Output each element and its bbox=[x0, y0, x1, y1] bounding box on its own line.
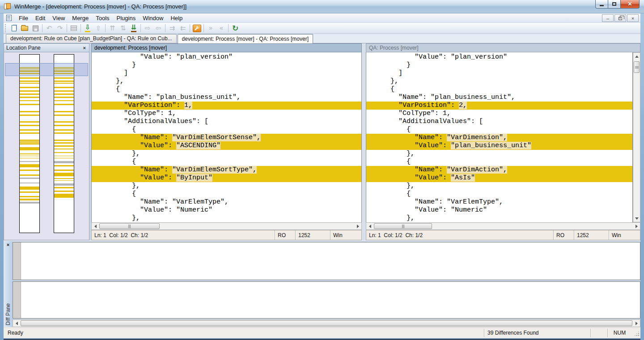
diff-map-stripe bbox=[20, 111, 39, 112]
vertical-scrollbar[interactable] bbox=[633, 52, 640, 222]
readonly-indicator: RO bbox=[553, 230, 574, 240]
diff-pane-scroll-thumb[interactable] bbox=[21, 320, 632, 326]
scroll-right-arrow-icon[interactable] bbox=[633, 223, 640, 230]
scroll-down-arrow-icon[interactable] bbox=[633, 215, 640, 222]
code-line: "Name": "VarElemType", bbox=[366, 198, 632, 206]
open-folder-icon[interactable] bbox=[19, 23, 30, 33]
menu-window[interactable]: Window bbox=[139, 14, 167, 22]
toolbar-separator bbox=[190, 24, 190, 32]
menu-help[interactable]: Help bbox=[167, 14, 186, 22]
menu-plugins[interactable]: Plugins bbox=[113, 14, 140, 22]
code-line: ] bbox=[92, 69, 361, 77]
location-pane-close-icon[interactable]: × bbox=[82, 45, 87, 51]
scroll-left-arrow-icon[interactable] bbox=[13, 320, 20, 327]
left-horizontal-scrollbar[interactable] bbox=[91, 222, 362, 230]
left-hscroll-thumb[interactable] bbox=[99, 223, 160, 229]
toolbar: ↶↷⇩⇧⇈⇅⇊⇨⇦⇉⇇»«↻ bbox=[4, 23, 640, 34]
menu-tools[interactable]: Tools bbox=[92, 14, 113, 22]
right-hscroll-thumb[interactable] bbox=[374, 223, 432, 229]
next-difference-icon[interactable]: ⇩ bbox=[82, 23, 93, 33]
menu-merge[interactable]: Merge bbox=[68, 14, 92, 22]
first-difference-icon: ⇈ bbox=[107, 23, 118, 33]
word-diff: 1, bbox=[184, 102, 192, 109]
scroll-left-arrow-icon[interactable] bbox=[92, 223, 99, 230]
tab-process-mover[interactable]: development: Process [mover] - QA: Proce… bbox=[178, 34, 313, 43]
code-line: "Value": "Numeric" bbox=[366, 206, 632, 214]
scroll-right-arrow-icon[interactable] bbox=[633, 320, 640, 327]
tab-bar: development: Rule on Cube [plan_BudgetPl… bbox=[4, 34, 640, 43]
code-line: { bbox=[366, 85, 632, 94]
diff-map-stripe bbox=[20, 90, 39, 92]
cursor-position: Ln: 1 Col: 1/2 Ch: 1/2 bbox=[92, 232, 275, 238]
toolbar-separator bbox=[105, 24, 106, 32]
minimize-icon bbox=[600, 5, 604, 6]
mdi-restore-button[interactable] bbox=[614, 14, 626, 22]
diff-map-stripe bbox=[20, 161, 39, 162]
diff-map-stripe bbox=[20, 196, 39, 197]
diff-pane-gutter bbox=[13, 242, 21, 280]
diff-map-stripe bbox=[54, 129, 74, 131]
last-difference-icon[interactable]: ⇊ bbox=[128, 23, 139, 33]
select-lines-icon bbox=[68, 23, 79, 33]
code-line: { bbox=[92, 85, 361, 94]
diff-map-stripe bbox=[20, 132, 39, 134]
codepage-indicator: 1252 bbox=[574, 230, 609, 240]
code-line: }, bbox=[366, 77, 632, 85]
scroll-left-arrow-icon[interactable] bbox=[366, 223, 373, 230]
diff-map-stripe bbox=[20, 199, 39, 200]
pane-divider[interactable] bbox=[362, 43, 366, 240]
right-code-area[interactable]: "Value": "plan_version" } ] }, { "Name":… bbox=[366, 52, 633, 222]
code-line: }, bbox=[366, 150, 632, 158]
toolbar-separator bbox=[228, 24, 229, 32]
location-pane-map[interactable] bbox=[4, 52, 89, 240]
refresh-icon[interactable]: ↻ bbox=[230, 23, 241, 33]
vscroll-thumb[interactable] bbox=[634, 61, 640, 73]
num-lock-indicator: NUM bbox=[607, 329, 631, 337]
diff-map-stripe bbox=[54, 90, 74, 92]
diff-map-stripe bbox=[54, 165, 74, 166]
left-code-area[interactable]: "Value": "plan_version" } ] }, { "Name":… bbox=[91, 52, 362, 222]
diff-map-stripe bbox=[54, 187, 74, 188]
diff-pane-close-icon[interactable]: × bbox=[7, 242, 9, 247]
scroll-up-arrow-icon[interactable] bbox=[633, 53, 640, 60]
diff-map-stripe bbox=[54, 121, 74, 123]
menu-view[interactable]: View bbox=[49, 14, 68, 22]
window-bottom-border bbox=[4, 338, 640, 340]
toolbar-separator bbox=[80, 24, 81, 32]
minimize-button[interactable] bbox=[595, 0, 608, 8]
diff-map-viewport[interactable] bbox=[5, 63, 88, 76]
diff-pane-scrollbar[interactable] bbox=[13, 319, 640, 327]
right-horizontal-scrollbar[interactable] bbox=[366, 222, 640, 230]
maximize-icon bbox=[612, 2, 616, 6]
diff-pane-left-text[interactable] bbox=[13, 242, 640, 280]
tab-rule-on-cube[interactable]: development: Rule on Cube [plan_BudgetPl… bbox=[6, 34, 177, 43]
window-title: WinMerge - [development: Process [mover]… bbox=[14, 3, 186, 10]
current-difference-icon: ⇅ bbox=[118, 23, 128, 33]
maximize-button[interactable] bbox=[608, 0, 621, 8]
diff-map-stripe bbox=[54, 149, 74, 149]
menu-file[interactable]: File bbox=[15, 14, 32, 22]
diff-map-stripe bbox=[54, 191, 74, 192]
diff-map-left-bar[interactable] bbox=[19, 54, 40, 233]
toolbar-separator bbox=[165, 24, 165, 32]
diff-highlighted-line: "Name": "VarDimElemSortSense", bbox=[92, 134, 361, 142]
left-pane-header[interactable]: development: Process [mover] bbox=[91, 43, 362, 52]
status-bar: Ready 39 Differences Found NUM bbox=[4, 327, 640, 338]
mdi-close-button[interactable]: × bbox=[627, 14, 639, 22]
close-button[interactable]: ✕ bbox=[621, 0, 640, 8]
mdi-minimize-button[interactable]: – bbox=[602, 14, 614, 22]
right-pane-statusbar: Ln: 1 Col: 1/2 Ch: 1/2 RO 1252 Win bbox=[366, 230, 640, 240]
new-file-icon[interactable] bbox=[8, 23, 19, 33]
right-pane-header[interactable]: QA: Process [mover] bbox=[366, 43, 640, 52]
menu-edit[interactable]: Edit bbox=[32, 14, 49, 22]
resize-grip[interactable] bbox=[631, 329, 640, 337]
word-diff: "VarDimAction", bbox=[447, 166, 507, 174]
diff-map-stripe bbox=[54, 111, 74, 112]
diff-highlighted-line: "Value": "ByInput" bbox=[92, 174, 361, 182]
options-icon[interactable] bbox=[191, 23, 202, 33]
diff-pane-right-text[interactable] bbox=[13, 281, 640, 319]
diff-map-right-bar[interactable] bbox=[54, 54, 74, 233]
scroll-right-arrow-icon[interactable] bbox=[354, 223, 361, 230]
diff-map-stripe bbox=[20, 143, 39, 144]
diff-pane-gripper[interactable]: × Diff Pane bbox=[4, 241, 13, 327]
